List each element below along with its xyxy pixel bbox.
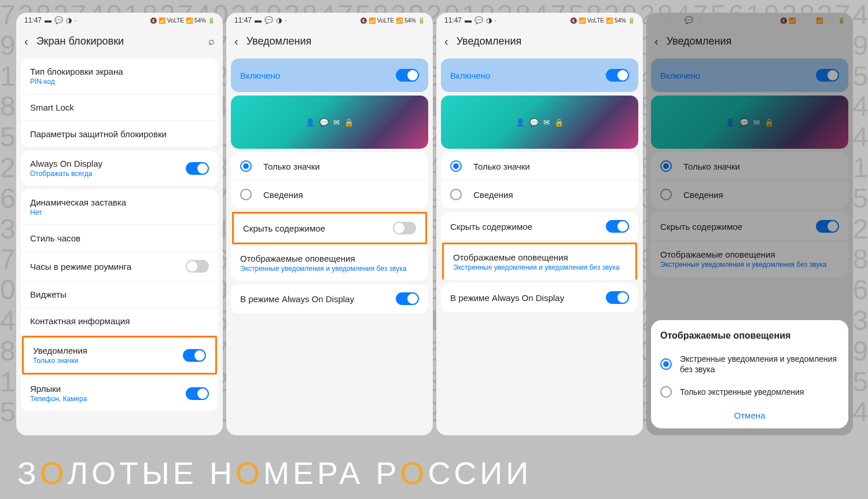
row-contact-info[interactable]: Контактная информация bbox=[21, 308, 218, 335]
comment-icon: 💬 bbox=[475, 16, 483, 24]
enabled-toggle[interactable] bbox=[396, 69, 419, 82]
chat-icon: ▬ bbox=[45, 16, 52, 24]
radio-label: Только значки bbox=[473, 162, 530, 171]
row-shortcuts[interactable]: ЯрлыкиТелефон, Камера bbox=[21, 376, 218, 411]
section-options: Скрыть содержимое Отображаемые оповещени… bbox=[231, 212, 428, 281]
missed-call-icon: 👤 bbox=[516, 118, 525, 127]
back-icon[interactable]: ‹ bbox=[24, 35, 28, 48]
row-hide-content[interactable]: Скрыть содержимое bbox=[441, 212, 638, 241]
enabled-label: Включено bbox=[240, 71, 280, 80]
shortcuts-toggle[interactable] bbox=[186, 387, 209, 400]
phone-screen-2: 11:47 ▬💬◑ · 🔇📶VoLTE📶54%🔋 ‹ Уведомления В… bbox=[226, 13, 433, 435]
row-shown-alerts[interactable]: Отображаемые оповещенияЭкстренные уведом… bbox=[231, 245, 428, 281]
notif-sub: Только значки bbox=[33, 357, 183, 365]
row-smartlock[interactable]: Smart Lock bbox=[21, 94, 218, 121]
row-notifications[interactable]: УведомленияТолько значки bbox=[22, 336, 217, 375]
dialog-title: Отображаемые оповещения bbox=[660, 331, 839, 341]
radio-button[interactable] bbox=[450, 160, 462, 172]
dialog-opt-label: Только экстренные уведомления bbox=[680, 387, 839, 397]
dialog-opt-1[interactable]: Экстренные уведомления и уведомления без… bbox=[660, 348, 839, 380]
footer-brand: ЗОЛОТЫЕ НОМЕРА РОССИИ bbox=[17, 455, 532, 491]
mail-icon: ✉ bbox=[333, 118, 340, 127]
sync-icon: ◑ bbox=[276, 16, 282, 24]
row-widgets[interactable]: Виджеты bbox=[21, 281, 218, 308]
aod-title: Always On Display bbox=[30, 159, 186, 168]
status-bar: 11:47 ▬💬◑ · 🔇📶VoLTE📶54%🔋 bbox=[226, 13, 433, 28]
row-secure-lock[interactable]: Параметры защитной блокировки bbox=[21, 121, 218, 147]
row-aod[interactable]: Always On DisplayОтображать всегда bbox=[21, 151, 218, 186]
dialog-opt-2[interactable]: Только экстренные уведомления bbox=[660, 380, 839, 403]
message-icon: 💬 bbox=[529, 118, 539, 127]
row-hide-content[interactable]: Скрыть содержимое bbox=[232, 212, 427, 244]
radio-label: Сведения bbox=[263, 190, 303, 200]
mute-icon: 🔇 bbox=[570, 17, 577, 24]
section-options: Скрыть содержимое Отображаемые оповещени… bbox=[441, 212, 638, 280]
volte-icon: VoLTE bbox=[587, 17, 604, 24]
hide-toggle[interactable] bbox=[393, 222, 416, 234]
row-dynamic[interactable]: Динамическая заставкаНет bbox=[21, 189, 218, 225]
radio-label: Только значки bbox=[263, 162, 320, 171]
aod-toggle[interactable] bbox=[186, 162, 209, 175]
dialog-cancel-button[interactable]: Отмена bbox=[660, 403, 839, 423]
shown-title: Отображаемые оповещения bbox=[453, 252, 626, 262]
section-aod-notif: В режиме Always On Display bbox=[441, 283, 638, 312]
mail-icon: ✉ bbox=[543, 118, 550, 127]
wifi-icon: 📶 bbox=[159, 17, 165, 24]
status-time: 11:47 bbox=[24, 16, 42, 24]
radio-button[interactable] bbox=[450, 189, 462, 200]
section-style: Только значки Сведения bbox=[441, 152, 638, 208]
lockscreen-preview: 👤 💬 ✉ 🔒 bbox=[231, 96, 428, 149]
page-title: Экран блокировки bbox=[36, 35, 200, 47]
mute-icon: 🔇 bbox=[360, 17, 367, 24]
enabled-banner[interactable]: Включено bbox=[441, 58, 638, 92]
shown-title: Отображаемые оповещения bbox=[240, 254, 419, 263]
radio-button[interactable] bbox=[660, 386, 672, 398]
radio-icons-only[interactable]: Только значки bbox=[441, 152, 638, 181]
message-icon: 💬 bbox=[319, 118, 329, 127]
shown-sub: Экстренные уведомления и уведомления без… bbox=[240, 265, 419, 273]
signal-icon: 📶 bbox=[606, 17, 613, 24]
lock-type-sub: PIN-код bbox=[30, 78, 209, 86]
comment-icon: 💬 bbox=[264, 16, 273, 24]
radio-details[interactable]: Сведения bbox=[231, 181, 428, 208]
back-icon[interactable]: ‹ bbox=[444, 35, 448, 48]
wifi-icon: 📶 bbox=[579, 17, 586, 24]
section-customize: Динамическая заставкаНет Стиль часов Час… bbox=[21, 189, 218, 411]
volte-icon: VoLTE bbox=[377, 17, 394, 24]
status-bar: 11:47 ▬💬◑ · 🔇📶VoLTE📶54%🔋 bbox=[436, 13, 643, 28]
roaming-toggle[interactable] bbox=[186, 260, 209, 273]
section-aod: Always On DisplayОтображать всегда bbox=[21, 151, 218, 186]
hide-toggle[interactable] bbox=[606, 220, 629, 233]
aod-mode-toggle[interactable] bbox=[606, 291, 629, 304]
enabled-toggle[interactable] bbox=[606, 69, 629, 82]
aod-mode-toggle[interactable] bbox=[396, 292, 419, 305]
row-aod-mode[interactable]: В режиме Always On Display bbox=[231, 284, 428, 313]
row-aod-mode[interactable]: В режиме Always On Display bbox=[441, 283, 638, 312]
search-icon[interactable]: ⌕ bbox=[208, 35, 215, 47]
radio-button[interactable] bbox=[660, 358, 672, 370]
phone-screen-3: 11:47 ▬💬◑ · 🔇📶VoLTE📶54%🔋 ‹ Уведомления В… bbox=[436, 13, 643, 435]
status-battery: 54% bbox=[194, 17, 206, 24]
radio-button[interactable] bbox=[240, 160, 252, 172]
lockscreen-preview: 👤 💬 ✉ 🔒 bbox=[441, 96, 638, 149]
back-icon[interactable]: ‹ bbox=[234, 35, 238, 48]
row-shown-alerts[interactable]: Отображаемые оповещенияЭкстренные уведом… bbox=[442, 243, 637, 280]
mute-icon: 🔇 bbox=[150, 17, 157, 24]
status-time: 11:47 bbox=[234, 16, 252, 24]
enabled-banner[interactable]: Включено bbox=[231, 58, 428, 92]
radio-button[interactable] bbox=[240, 189, 252, 200]
row-clock-style[interactable]: Стиль часов bbox=[21, 225, 218, 252]
status-time: 11:47 bbox=[444, 16, 462, 24]
radio-details[interactable]: Сведения bbox=[441, 181, 638, 208]
notif-toggle[interactable] bbox=[183, 349, 206, 362]
shown-sub: Экстренные уведомления и уведомления без… bbox=[453, 263, 626, 271]
lock-icon: 🔒 bbox=[554, 118, 564, 127]
header: ‹ Уведомления bbox=[436, 28, 643, 55]
row-roaming-clock[interactable]: Часы в режиме роуминга bbox=[21, 252, 218, 281]
radio-icons-only[interactable]: Только значки bbox=[231, 152, 428, 181]
battery-icon: 🔋 bbox=[628, 17, 635, 24]
dynamic-sub: Нет bbox=[30, 208, 209, 217]
section-aod-notif: В режиме Always On Display bbox=[231, 284, 428, 313]
hide-title: Скрыть содержимое bbox=[450, 222, 606, 232]
row-lock-type[interactable]: Тип блокировки экранаPIN-код bbox=[21, 58, 218, 94]
